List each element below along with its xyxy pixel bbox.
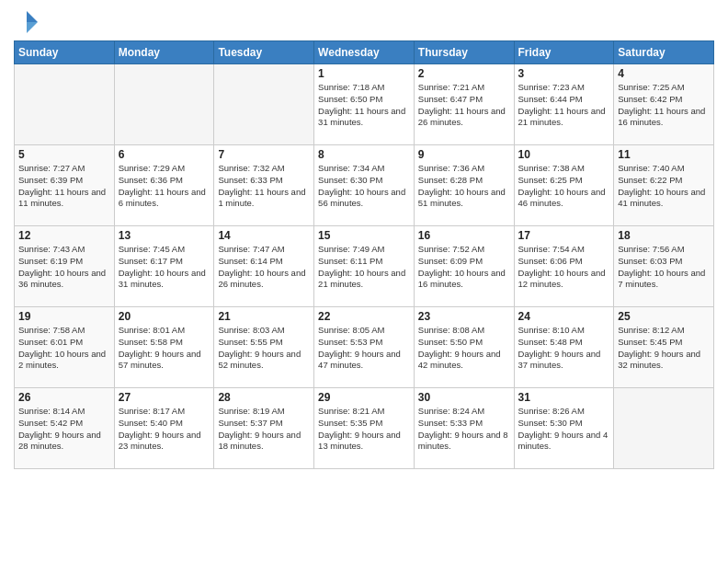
calendar-cell: 29Sunrise: 8:21 AM Sunset: 5:35 PM Dayli… <box>314 388 415 469</box>
day-number: 29 <box>318 391 410 404</box>
day-number: 10 <box>518 148 610 161</box>
day-info: Sunrise: 8:05 AM Sunset: 5:53 PM Dayligh… <box>318 325 410 372</box>
calendar-week-row: 5Sunrise: 7:27 AM Sunset: 6:39 PM Daylig… <box>15 145 714 226</box>
day-info: Sunrise: 8:24 AM Sunset: 5:33 PM Dayligh… <box>418 406 510 453</box>
col-thursday: Thursday <box>414 41 514 64</box>
day-number: 12 <box>18 229 110 242</box>
header <box>14 9 714 35</box>
calendar-cell: 16Sunrise: 7:52 AM Sunset: 6:09 PM Dayli… <box>414 226 514 307</box>
day-info: Sunrise: 7:54 AM Sunset: 6:06 PM Dayligh… <box>518 244 610 291</box>
svg-marker-0 <box>27 11 38 22</box>
day-number: 20 <box>119 310 210 323</box>
page: Sunday Monday Tuesday Wednesday Thursday… <box>0 0 728 478</box>
day-number: 9 <box>418 148 510 161</box>
calendar-header-row: Sunday Monday Tuesday Wednesday Thursday… <box>15 41 714 64</box>
day-number: 26 <box>18 391 110 404</box>
calendar-cell: 27Sunrise: 8:17 AM Sunset: 5:40 PM Dayli… <box>114 388 214 469</box>
day-info: Sunrise: 7:38 AM Sunset: 6:25 PM Dayligh… <box>518 163 610 210</box>
calendar-cell: 7Sunrise: 7:32 AM Sunset: 6:33 PM Daylig… <box>214 145 314 226</box>
day-number: 25 <box>618 310 710 323</box>
calendar-cell: 3Sunrise: 7:23 AM Sunset: 6:44 PM Daylig… <box>514 64 614 145</box>
calendar-cell: 15Sunrise: 7:49 AM Sunset: 6:11 PM Dayli… <box>314 226 415 307</box>
day-number: 13 <box>119 229 210 242</box>
calendar-cell: 8Sunrise: 7:34 AM Sunset: 6:30 PM Daylig… <box>314 145 415 226</box>
day-info: Sunrise: 7:36 AM Sunset: 6:28 PM Dayligh… <box>418 163 510 210</box>
day-info: Sunrise: 8:26 AM Sunset: 5:30 PM Dayligh… <box>518 406 610 453</box>
calendar-cell: 5Sunrise: 7:27 AM Sunset: 6:39 PM Daylig… <box>15 145 115 226</box>
calendar-cell <box>114 64 214 145</box>
calendar-cell <box>614 388 714 469</box>
calendar-cell: 17Sunrise: 7:54 AM Sunset: 6:06 PM Dayli… <box>514 226 614 307</box>
day-info: Sunrise: 7:34 AM Sunset: 6:30 PM Dayligh… <box>318 163 410 210</box>
day-info: Sunrise: 8:08 AM Sunset: 5:50 PM Dayligh… <box>418 325 510 372</box>
day-info: Sunrise: 7:32 AM Sunset: 6:33 PM Dayligh… <box>218 163 310 210</box>
day-info: Sunrise: 7:18 AM Sunset: 6:50 PM Dayligh… <box>318 82 410 129</box>
day-number: 24 <box>518 310 610 323</box>
logo <box>14 9 43 35</box>
day-number: 6 <box>119 148 210 161</box>
calendar-cell: 21Sunrise: 8:03 AM Sunset: 5:55 PM Dayli… <box>214 307 314 388</box>
calendar-cell: 4Sunrise: 7:25 AM Sunset: 6:42 PM Daylig… <box>614 64 714 145</box>
day-info: Sunrise: 7:45 AM Sunset: 6:17 PM Dayligh… <box>119 244 210 291</box>
calendar-cell: 23Sunrise: 8:08 AM Sunset: 5:50 PM Dayli… <box>414 307 514 388</box>
calendar-cell: 24Sunrise: 8:10 AM Sunset: 5:48 PM Dayli… <box>514 307 614 388</box>
day-info: Sunrise: 7:47 AM Sunset: 6:14 PM Dayligh… <box>218 244 310 291</box>
calendar-cell: 12Sunrise: 7:43 AM Sunset: 6:19 PM Dayli… <box>15 226 115 307</box>
day-number: 17 <box>518 229 610 242</box>
calendar: Sunday Monday Tuesday Wednesday Thursday… <box>14 40 714 469</box>
calendar-week-row: 19Sunrise: 7:58 AM Sunset: 6:01 PM Dayli… <box>15 307 714 388</box>
calendar-cell: 30Sunrise: 8:24 AM Sunset: 5:33 PM Dayli… <box>414 388 514 469</box>
calendar-week-row: 12Sunrise: 7:43 AM Sunset: 6:19 PM Dayli… <box>15 226 714 307</box>
day-info: Sunrise: 7:21 AM Sunset: 6:47 PM Dayligh… <box>418 82 510 129</box>
day-number: 21 <box>218 310 310 323</box>
calendar-cell: 31Sunrise: 8:26 AM Sunset: 5:30 PM Dayli… <box>514 388 614 469</box>
calendar-cell: 28Sunrise: 8:19 AM Sunset: 5:37 PM Dayli… <box>214 388 314 469</box>
day-number: 14 <box>218 229 310 242</box>
calendar-cell: 1Sunrise: 7:18 AM Sunset: 6:50 PM Daylig… <box>314 64 415 145</box>
calendar-cell: 6Sunrise: 7:29 AM Sunset: 6:36 PM Daylig… <box>114 145 214 226</box>
day-info: Sunrise: 8:17 AM Sunset: 5:40 PM Dayligh… <box>119 406 210 453</box>
day-info: Sunrise: 8:03 AM Sunset: 5:55 PM Dayligh… <box>218 325 310 372</box>
col-wednesday: Wednesday <box>314 41 415 64</box>
calendar-cell: 22Sunrise: 8:05 AM Sunset: 5:53 PM Dayli… <box>314 307 415 388</box>
calendar-cell: 19Sunrise: 7:58 AM Sunset: 6:01 PM Dayli… <box>15 307 115 388</box>
calendar-cell <box>214 64 314 145</box>
day-info: Sunrise: 7:43 AM Sunset: 6:19 PM Dayligh… <box>18 244 110 291</box>
day-number: 18 <box>618 229 710 242</box>
day-info: Sunrise: 8:12 AM Sunset: 5:45 PM Dayligh… <box>618 325 710 372</box>
calendar-cell: 20Sunrise: 8:01 AM Sunset: 5:58 PM Dayli… <box>114 307 214 388</box>
day-info: Sunrise: 7:52 AM Sunset: 6:09 PM Dayligh… <box>418 244 510 291</box>
day-number: 28 <box>218 391 310 404</box>
day-number: 23 <box>418 310 510 323</box>
col-sunday: Sunday <box>15 41 115 64</box>
calendar-cell: 18Sunrise: 7:56 AM Sunset: 6:03 PM Dayli… <box>614 226 714 307</box>
day-info: Sunrise: 8:19 AM Sunset: 5:37 PM Dayligh… <box>218 406 310 453</box>
calendar-cell: 2Sunrise: 7:21 AM Sunset: 6:47 PM Daylig… <box>414 64 514 145</box>
calendar-cell: 13Sunrise: 7:45 AM Sunset: 6:17 PM Dayli… <box>114 226 214 307</box>
day-number: 7 <box>218 148 310 161</box>
calendar-cell <box>15 64 115 145</box>
day-number: 27 <box>119 391 210 404</box>
day-info: Sunrise: 7:56 AM Sunset: 6:03 PM Dayligh… <box>618 244 710 291</box>
day-info: Sunrise: 7:23 AM Sunset: 6:44 PM Dayligh… <box>518 82 610 129</box>
day-info: Sunrise: 7:25 AM Sunset: 6:42 PM Dayligh… <box>618 82 710 129</box>
day-info: Sunrise: 8:10 AM Sunset: 5:48 PM Dayligh… <box>518 325 610 372</box>
col-monday: Monday <box>114 41 214 64</box>
day-info: Sunrise: 8:21 AM Sunset: 5:35 PM Dayligh… <box>318 406 410 453</box>
calendar-week-row: 1Sunrise: 7:18 AM Sunset: 6:50 PM Daylig… <box>15 64 714 145</box>
day-number: 11 <box>618 148 710 161</box>
day-number: 31 <box>518 391 610 404</box>
calendar-cell: 25Sunrise: 8:12 AM Sunset: 5:45 PM Dayli… <box>614 307 714 388</box>
day-number: 4 <box>618 67 710 80</box>
day-number: 15 <box>318 229 410 242</box>
day-number: 22 <box>318 310 410 323</box>
day-number: 16 <box>418 229 510 242</box>
day-number: 19 <box>18 310 110 323</box>
day-number: 8 <box>318 148 410 161</box>
day-info: Sunrise: 7:40 AM Sunset: 6:22 PM Dayligh… <box>618 163 710 210</box>
logo-icon <box>14 9 40 35</box>
col-saturday: Saturday <box>614 41 714 64</box>
svg-marker-1 <box>27 22 38 33</box>
day-info: Sunrise: 7:49 AM Sunset: 6:11 PM Dayligh… <box>318 244 410 291</box>
calendar-cell: 9Sunrise: 7:36 AM Sunset: 6:28 PM Daylig… <box>414 145 514 226</box>
